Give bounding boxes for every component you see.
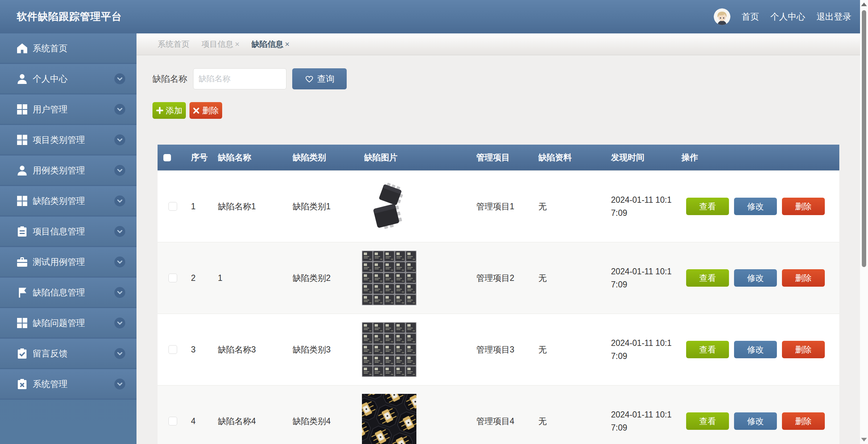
- sidebar-item-feedback[interactable]: 留言反馈: [0, 339, 136, 369]
- vertical-scrollbar[interactable]: [860, 0, 868, 444]
- sidebar-item-system-management[interactable]: 系统管理: [0, 369, 136, 400]
- main-area: 系统首页 项目信息× 缺陷信息× 缺陷名称 查询: [136, 33, 860, 444]
- chevron-down-icon: [114, 165, 125, 176]
- sidebar-item-system-home[interactable]: 系统首页: [0, 33, 136, 64]
- sidebar-item-defect-info[interactable]: 缺陷信息管理: [0, 278, 136, 308]
- sidebar-item-defect-issue[interactable]: 缺陷问题管理: [0, 308, 136, 339]
- heart-icon: [305, 74, 314, 83]
- row-delete-button[interactable]: 删除: [782, 198, 825, 215]
- column-header: 缺陷资料: [533, 152, 605, 163]
- sidebar-item-usecase-category[interactable]: 用例类别管理: [0, 156, 136, 186]
- found-time-cell: 2024-01-11 10:17:09: [605, 408, 676, 434]
- serial-cell: 4: [185, 416, 212, 426]
- view-button[interactable]: 查看: [686, 269, 729, 287]
- material-cell: 无: [533, 416, 605, 427]
- home-icon: [16, 42, 28, 55]
- row-checkbox[interactable]: [168, 274, 177, 282]
- row-delete-button[interactable]: 删除: [782, 412, 825, 430]
- query-button[interactable]: 查询: [292, 68, 347, 89]
- top-nav: 首页 个人中心 退出登录: [714, 8, 860, 25]
- tab-defect-info[interactable]: 缺陷信息×: [252, 39, 290, 50]
- chevron-down-icon: [114, 257, 125, 267]
- table-row: 4 缺陷名称4 缺陷类别4: [158, 385, 839, 444]
- delete-button[interactable]: 删除: [190, 102, 222, 119]
- defect-table: 序号 缺陷名称 缺陷类别 缺陷图片 管理项目 缺陷资料 发现时间 操作 1 缺陷…: [158, 145, 839, 444]
- scroll-down-arrow-icon[interactable]: [861, 438, 867, 441]
- defect-image[interactable]: [358, 182, 470, 230]
- column-header: 缺陷类别: [287, 152, 358, 163]
- row-checkbox[interactable]: [168, 417, 177, 425]
- edit-button[interactable]: 修改: [734, 412, 777, 430]
- grid-icon: [16, 195, 28, 207]
- sidebar-item-label: 项目信息管理: [33, 226, 85, 237]
- material-cell: 无: [533, 201, 605, 212]
- defect-image[interactable]: [358, 394, 470, 444]
- project-cell: 管理项目2: [470, 273, 533, 284]
- found-time-cell: 2024-01-11 10:17:09: [605, 336, 676, 363]
- actions-cell: 查看 修改 删除: [676, 198, 839, 215]
- sidebar-item-label: 个人中心: [33, 73, 68, 85]
- sidebar-item-user-management[interactable]: 用户管理: [0, 94, 136, 125]
- project-cell: 管理项目4: [470, 416, 533, 427]
- nav-home[interactable]: 首页: [742, 11, 759, 23]
- sidebar-item-testcase-management[interactable]: 测试用例管理: [0, 247, 136, 278]
- user-avatar[interactable]: [714, 8, 730, 25]
- row-checkbox[interactable]: [168, 202, 177, 211]
- chevron-down-icon: [114, 348, 125, 359]
- search-input[interactable]: [193, 68, 286, 89]
- column-header: 缺陷名称: [212, 152, 287, 163]
- serial-cell: 1: [185, 202, 212, 211]
- row-delete-button[interactable]: 删除: [782, 341, 825, 358]
- close-icon[interactable]: ×: [235, 40, 240, 49]
- scroll-up-arrow-icon[interactable]: [861, 3, 867, 6]
- chevron-down-icon: [114, 73, 125, 84]
- sidebar-item-label: 用例类别管理: [33, 165, 85, 176]
- edit-button[interactable]: 修改: [734, 341, 777, 358]
- material-cell: 无: [533, 273, 605, 284]
- add-button[interactable]: 添加: [152, 102, 186, 119]
- tab-bar: 系统首页 项目信息× 缺陷信息×: [136, 33, 860, 55]
- row-delete-button[interactable]: 删除: [782, 269, 825, 287]
- tab-project-info[interactable]: 项目信息×: [201, 39, 240, 50]
- edit-button[interactable]: 修改: [734, 198, 777, 215]
- sidebar-item-project-info[interactable]: 项目信息管理: [0, 217, 136, 247]
- serial-cell: 3: [185, 345, 212, 355]
- scrollbar-thumb[interactable]: [862, 10, 866, 267]
- defect-image[interactable]: [358, 251, 470, 305]
- sidebar-item-defect-category[interactable]: 缺陷类别管理: [0, 186, 136, 217]
- chevron-down-icon: [114, 104, 125, 115]
- grid-icon: [16, 103, 28, 116]
- serial-cell: 2: [185, 273, 212, 283]
- search-label: 缺陷名称: [152, 73, 187, 85]
- view-button[interactable]: 查看: [686, 198, 729, 215]
- edit-button[interactable]: 修改: [734, 269, 777, 287]
- column-header: 缺陷图片: [358, 152, 470, 163]
- sidebar-item-label: 测试用例管理: [33, 256, 85, 268]
- defect-name-cell: 缺陷名称3: [212, 344, 287, 355]
- sidebar-item-personal-center[interactable]: 个人中心: [0, 64, 136, 94]
- chevron-down-icon: [114, 134, 125, 145]
- view-button[interactable]: 查看: [686, 341, 729, 358]
- defect-image[interactable]: [358, 322, 470, 377]
- column-header: 操作: [676, 152, 839, 163]
- sidebar-item-label: 留言反馈: [33, 348, 68, 359]
- chevron-down-icon: [114, 287, 125, 298]
- nav-logout[interactable]: 退出登录: [816, 11, 851, 23]
- user-icon: [16, 73, 28, 85]
- search-row: 缺陷名称 查询: [152, 68, 347, 89]
- found-time-cell: 2024-01-11 10:17:09: [605, 265, 676, 291]
- actions-cell: 查看 修改 删除: [676, 412, 839, 430]
- flag-icon: [16, 286, 28, 299]
- select-all-checkbox[interactable]: [163, 154, 171, 161]
- avatar-image: [714, 8, 730, 25]
- tab-system-home[interactable]: 系统首页: [158, 39, 190, 50]
- page-title: 软件缺陷跟踪管理平台: [17, 10, 122, 24]
- content-panel: 缺陷名称 查询 添加: [136, 55, 860, 444]
- clipboard-x-icon: [16, 378, 28, 390]
- close-icon[interactable]: ×: [285, 40, 290, 49]
- view-button[interactable]: 查看: [686, 412, 729, 430]
- sidebar-item-project-category[interactable]: 项目类别管理: [0, 125, 136, 156]
- nav-profile[interactable]: 个人中心: [770, 11, 805, 23]
- row-checkbox[interactable]: [168, 345, 177, 354]
- defect-category-cell: 缺陷类别4: [287, 416, 358, 427]
